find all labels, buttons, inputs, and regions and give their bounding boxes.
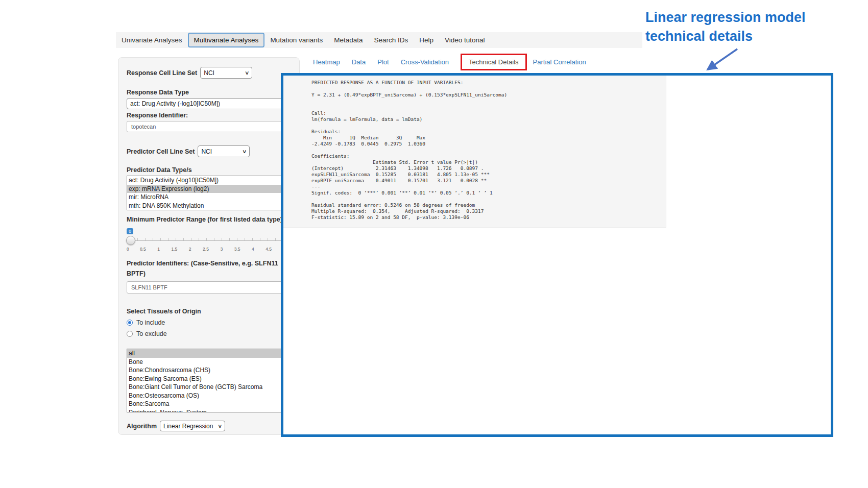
- response-cell-line-set-row: Response Cell Line Set NCI ∨: [127, 67, 291, 79]
- slider-ticks: [130, 238, 283, 240]
- slider-track[interactable]: [127, 236, 285, 245]
- response-data-type-value: act: Drug Activity (-log10[IC50M]): [130, 100, 220, 107]
- radio-unselected-icon[interactable]: [127, 331, 133, 337]
- list-item[interactable]: Peripheral_Nervous_System: [127, 408, 291, 413]
- tissue-include-radio-row[interactable]: To include: [127, 319, 291, 326]
- tick-label: 0: [127, 247, 133, 252]
- tissue-exclude-radio-row[interactable]: To exclude: [127, 330, 291, 337]
- slider-handle[interactable]: [126, 236, 135, 245]
- min-predictor-range-slider: 0 5 0 0.5 1 1.5 2 2.5 3 3.5 4 4.5 5: [127, 227, 285, 252]
- technical-details-highlight-box: Technical Details: [461, 54, 527, 70]
- list-item[interactable]: mth: DNA 850K Methylation: [127, 202, 291, 210]
- response-identifier-input[interactable]: [127, 121, 291, 132]
- list-item[interactable]: Bone:Ewing Sarcoma (ES): [127, 375, 291, 383]
- tick-label: 3.5: [232, 247, 243, 252]
- nav-help[interactable]: Help: [414, 36, 439, 44]
- chevron-down-icon: ∨: [242, 149, 247, 154]
- nav-video-tutorial[interactable]: Video tutorial: [439, 36, 491, 44]
- tissue-origin-label: Select Tissue/s of Origin: [127, 308, 291, 315]
- response-data-type-select[interactable]: act: Drug Activity (-log10[IC50M]) ∨: [127, 98, 291, 109]
- predictor-cell-line-set-label: Predictor Cell Line Set: [127, 148, 195, 155]
- tick-label: 4: [247, 247, 258, 252]
- nav-univariate-analyses[interactable]: Univariate Analyses: [116, 36, 188, 44]
- tab-heatmap[interactable]: Heatmap: [313, 58, 340, 66]
- predictor-data-types-label: Predictor Data Type/s: [127, 166, 291, 174]
- predictor-identifiers-label: Predictor Identifiers: (Case-Sensitive, …: [127, 258, 291, 279]
- predictor-data-types-listbox[interactable]: act: Drug Activity (-log10[IC50M]) exp: …: [127, 176, 291, 210]
- nav-search-ids[interactable]: Search IDs: [368, 36, 414, 44]
- tissue-include-radio-label: To include: [136, 319, 165, 326]
- algorithm-select[interactable]: Linear Regression ∨: [160, 421, 225, 431]
- tick-label: 4.5: [263, 247, 274, 252]
- algorithm-row: Algorithm Linear Regression ∨: [127, 421, 291, 431]
- response-cell-line-set-select[interactable]: NCI ∨: [200, 67, 252, 79]
- response-data-type-label: Response Data Type: [127, 89, 291, 96]
- nav-multivariate-analyses[interactable]: Multivariate Analyses: [188, 33, 265, 47]
- tab-data[interactable]: Data: [352, 58, 366, 66]
- predictor-cell-line-set-select[interactable]: NCI ∨: [198, 145, 250, 157]
- results-tab-bar: Heatmap Data Plot Cross-Validation Techn…: [313, 52, 598, 72]
- list-item[interactable]: act: Drug Activity (-log10[IC50M]): [127, 176, 291, 185]
- radio-selected-icon[interactable]: [127, 320, 133, 326]
- annotation-line2: technical details: [645, 27, 806, 46]
- tick-label: 0.5: [137, 247, 149, 252]
- response-cell-line-set-label: Response Cell Line Set: [127, 69, 197, 77]
- tab-technical-details[interactable]: Technical Details: [469, 58, 519, 66]
- tab-cross-validation[interactable]: Cross-Validation: [401, 58, 449, 66]
- predictor-cell-line-set-row: Predictor Cell Line Set NCI ∨: [127, 145, 291, 157]
- slider-tick-labels: 0 0.5 1 1.5 2 2.5 3 3.5 4 4.5 5: [127, 247, 285, 252]
- list-item[interactable]: mir: MicroRNA: [127, 193, 291, 202]
- tissue-origin-listbox[interactable]: all Bone Bone:Chondrosarcoma (CHS) Bone:…: [127, 349, 291, 412]
- tick-label: 1: [153, 247, 164, 252]
- list-item[interactable]: Bone:Osteosarcoma (OS): [127, 392, 291, 400]
- predictor-cell-line-set-value: NCI: [201, 148, 212, 155]
- tissue-exclude-radio-label: To exclude: [136, 330, 167, 337]
- tick-label: 2: [184, 247, 196, 252]
- response-cell-line-set-value: NCI: [204, 69, 214, 77]
- chevron-down-icon: ∨: [245, 70, 250, 76]
- annotation-arrow-icon: [698, 44, 745, 76]
- list-item[interactable]: Bone:Sarcoma: [127, 400, 291, 408]
- tick-label: 3: [216, 247, 227, 252]
- slider-line: [127, 240, 285, 241]
- list-item[interactable]: exp: mRNA Expression (log2): [127, 185, 291, 193]
- list-item[interactable]: Bone:Giant Cell Tumor of Bone (GCTB) Sar…: [127, 383, 291, 392]
- tab-partial-correlation[interactable]: Partial Correlation: [533, 58, 586, 66]
- slider-value-badge: 0: [127, 228, 133, 234]
- list-item[interactable]: all: [127, 349, 291, 358]
- algorithm-value: Linear Regression: [163, 423, 213, 430]
- predictor-identifiers-input[interactable]: [127, 281, 291, 294]
- tick-label: 2.5: [200, 247, 211, 252]
- min-predictor-range-label: Minimum Predictor Range (for first liste…: [127, 214, 291, 225]
- analysis-settings-sidebar: Response Cell Line Set NCI ∨ Response Da…: [118, 57, 300, 435]
- tab-plot[interactable]: Plot: [377, 58, 389, 66]
- regression-output-console: PREDICTED RESPONSE AS A FUNCTION OF INPU…: [283, 76, 666, 228]
- tick-label: 1.5: [168, 247, 180, 252]
- nav-mutation-variants[interactable]: Mutation variants: [264, 36, 328, 44]
- top-nav-bar: Univariate Analyses Multivariate Analyse…: [116, 32, 672, 48]
- annotation-line1: Linear regression model: [645, 8, 806, 27]
- list-item[interactable]: Bone: [127, 358, 291, 367]
- nav-metadata[interactable]: Metadata: [328, 36, 368, 44]
- chevron-down-icon: ∨: [218, 423, 223, 429]
- list-item[interactable]: Bone:Chondrosarcoma (CHS): [127, 366, 291, 375]
- response-identifier-label: Response Identifier:: [127, 112, 291, 119]
- annotation-text: Linear regression model technical detail…: [642, 6, 811, 49]
- technical-details-panel: PREDICTED RESPONSE AS A FUNCTION OF INPU…: [281, 73, 833, 437]
- algorithm-label: Algorithm: [127, 423, 157, 430]
